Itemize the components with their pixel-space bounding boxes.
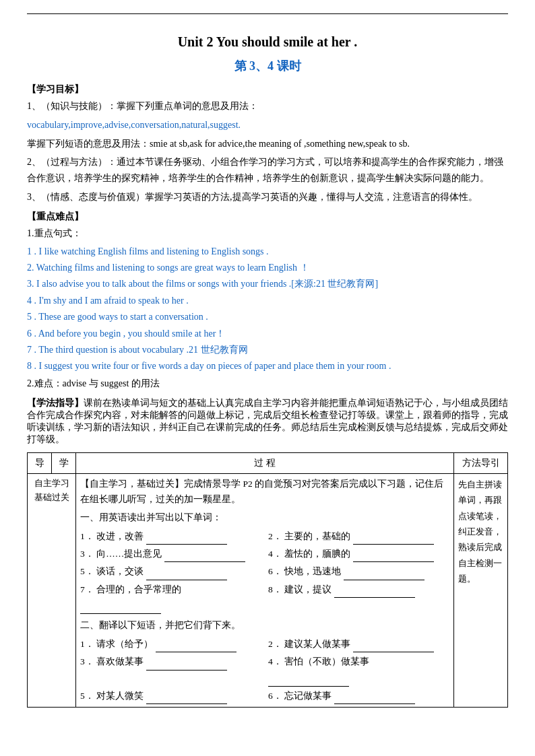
word-items-grid: 1． 改进，改善 2． 主要的，基础的 3． 向……提出意见 4． 羞怯的，腼腆…	[80, 528, 449, 614]
key-points-section: 【重点难点】 1.重点句式： 1 . I like watching Engli…	[27, 211, 508, 392]
key-sentence-5: 5 . These are good ways to start a conve…	[27, 310, 508, 324]
phrase-num-6: 6．	[268, 691, 282, 701]
phrase-item-1: 1． 请求（给予）	[80, 636, 261, 652]
key-sentence-8: 8 . I suggest you write four or five wor…	[27, 359, 508, 374]
table-header-process: 过 程	[76, 452, 454, 473]
table-header-method: 方法导引	[454, 452, 508, 473]
word-num-4: 4．	[268, 549, 282, 559]
phrase-chinese-6: 忘记做某事	[284, 691, 332, 701]
phrase-blank-5[interactable]	[146, 693, 227, 704]
study-method-text: 课前在熟读单词与短文的基础上认真完成自主学习内容并能把重点单词短语熟记于心，与小…	[27, 398, 508, 444]
word-num-3: 3．	[80, 549, 94, 559]
main-table: 导 学 过 程 方法导引 自主学习基础过关 【自主学习，基础过关】完成情景导学 …	[27, 452, 508, 708]
key-sentence-7: 7 . The third question is about vocabula…	[27, 343, 508, 357]
phrase-chinese-2: 建议某人做某事	[284, 639, 350, 649]
word-num-7: 7．	[80, 584, 94, 594]
word-item-7: 7． 合理的，合乎常理的	[80, 582, 261, 615]
phrase-chinese-4: 害怕（不敢）做某事	[284, 656, 369, 666]
phrase-num-4: 4．	[268, 656, 282, 666]
word-blank-8[interactable]	[334, 587, 415, 598]
phrase-chinese-3: 喜欢做某事	[96, 656, 144, 666]
phrase-item-6: 6． 忘记做某事	[268, 688, 449, 704]
phrase-blank-3[interactable]	[146, 660, 227, 671]
top-divider	[27, 13, 508, 14]
table-right-col: 先自主拼读单词，再跟点读笔读，纠正发音，熟读后完成自主检测一题。	[454, 473, 508, 707]
word-blank-7[interactable]	[80, 603, 161, 614]
phrase-item-2: 2． 建议某人做某事	[268, 636, 449, 652]
table-header-guide: 导	[28, 452, 52, 473]
word-item-4: 4． 羞怯的，腼腆的	[268, 546, 449, 562]
key-sentence-3: 3. I also advise you to talk about the f…	[27, 277, 508, 291]
phrase-item-3: 3． 喜欢做某事	[80, 654, 261, 687]
goal2: 2、（过程与方法）：通过本节课任务驱动、小组合作学习的学习方式，可以培养和提高学…	[27, 154, 508, 186]
phrase-chinese-1: 请求（给予）	[96, 639, 153, 649]
key1-label: 1.重点句式：	[27, 226, 508, 242]
word-chinese-1: 改进，改善	[96, 531, 144, 541]
key-points-header: 【重点难点】	[27, 211, 508, 223]
key2-label: 2.难点：advise 与 suggest 的用法	[27, 376, 508, 392]
word-chinese-2: 主要的，基础的	[284, 531, 350, 541]
key-sentence-6: 6 . And before you begin , you should sm…	[27, 327, 508, 341]
key-sentences-list: 1 . I like watching English films and li…	[27, 244, 508, 374]
word-item-8: 8． 建议，提议	[268, 582, 449, 615]
word-blank-2[interactable]	[353, 534, 434, 545]
main-title: Unit 2 You should smile at her .	[27, 34, 508, 50]
phrase-chinese-5: 对某人微笑	[96, 691, 144, 701]
phrase-blank-1[interactable]	[156, 642, 237, 652]
table-section1-sub2: 二、翻译以下短语，并把它们背下来。	[80, 618, 449, 633]
key-sentence-1: 1 . I like watching English films and li…	[27, 244, 508, 259]
word-num-1: 1．	[80, 531, 94, 541]
word-blank-4[interactable]	[353, 551, 434, 562]
word-chinese-7: 合理的，合乎常理的	[96, 584, 181, 594]
key-sentence-2: 2. Watching films and listening to songs…	[27, 261, 508, 275]
key-sentence-4: 4 . I'm shy and I am afraid to speak to …	[27, 294, 508, 308]
word-chinese-5: 谈话，交谈	[96, 566, 144, 576]
table-side-label: 自主学习基础过关	[28, 473, 76, 707]
goal3: 3、（情感、态度与价值观）掌握学习英语的方法,提高学习英语的兴趣，懂得与人交流，…	[27, 189, 508, 205]
word-chinese-3: 向……提出意见	[96, 549, 162, 559]
goals-header: 【学习目标】	[27, 83, 508, 96]
table-main-content: 【自主学习，基础过关】完成情景导学 P2 的自觉预习对完答案后完成以下习题，记住…	[76, 473, 454, 707]
word-blank-1[interactable]	[146, 534, 227, 545]
table-section1-sub1: 一、用英语读出并写出以下单词：	[80, 510, 449, 526]
word-num-5: 5．	[80, 566, 94, 576]
study-method-header: 【学法指导】	[27, 398, 84, 408]
word-blank-3[interactable]	[164, 551, 245, 562]
word-chinese-6: 快地，迅速地	[284, 566, 341, 576]
phrase-item-5: 5． 对某人微笑	[80, 688, 261, 704]
sub-title: 第 3、4 课时	[27, 58, 508, 74]
phrase-blank-4[interactable]	[268, 676, 349, 687]
goal1-phrases: 掌握下列短语的意思及用法：smie at sb,ask for advice,t…	[27, 136, 508, 152]
phrase-blank-6[interactable]	[334, 693, 415, 704]
table-header-learn: 学	[52, 452, 76, 473]
word-item-6: 6． 快地，迅速地	[268, 563, 449, 580]
phrase-num-3: 3．	[80, 656, 94, 666]
word-blank-5[interactable]	[146, 570, 227, 580]
goal1-vocab: vocabulary,improve,advise,conversation,n…	[27, 117, 508, 133]
study-method-section: 【学法指导】课前在熟读单词与短文的基础上认真完成自主学习内容并能把重点单词短语熟…	[27, 397, 508, 446]
phrase-num-5: 5．	[80, 691, 94, 701]
word-item-3: 3． 向……提出意见	[80, 546, 261, 562]
word-item-1: 1． 改进，改善	[80, 528, 261, 545]
goals-section: 【学习目标】 1、（知识与技能）：掌握下列重点单词的意思及用法： vocabul…	[27, 83, 508, 205]
word-chinese-4: 羞怯的，腼腆的	[284, 549, 350, 559]
phrase-blank-2[interactable]	[353, 642, 434, 652]
word-num-6: 6．	[268, 566, 282, 576]
phrase-num-2: 2．	[268, 639, 282, 649]
goal1-prefix: 1、（知识与技能）：掌握下列重点单词的意思及用法：	[27, 98, 508, 114]
word-item-5: 5． 谈话，交谈	[80, 563, 261, 580]
word-blank-6[interactable]	[344, 570, 424, 580]
word-num-2: 2．	[268, 531, 282, 541]
phrase-num-1: 1．	[80, 639, 94, 649]
phrase-item-4: 4． 害怕（不敢）做某事	[268, 654, 449, 687]
phrase-items-grid: 1． 请求（给予） 2． 建议某人做某事 3． 喜欢做某事 4． 害怕（不敢）做…	[80, 636, 449, 704]
word-chinese-8: 建议，提议	[284, 584, 332, 594]
word-item-2: 2． 主要的，基础的	[268, 528, 449, 545]
table-section1-title: 【自主学习，基础过关】完成情景导学 P2 的自觉预习对完答案后完成以下习题，记住…	[80, 477, 449, 508]
word-num-8: 8．	[268, 584, 282, 594]
